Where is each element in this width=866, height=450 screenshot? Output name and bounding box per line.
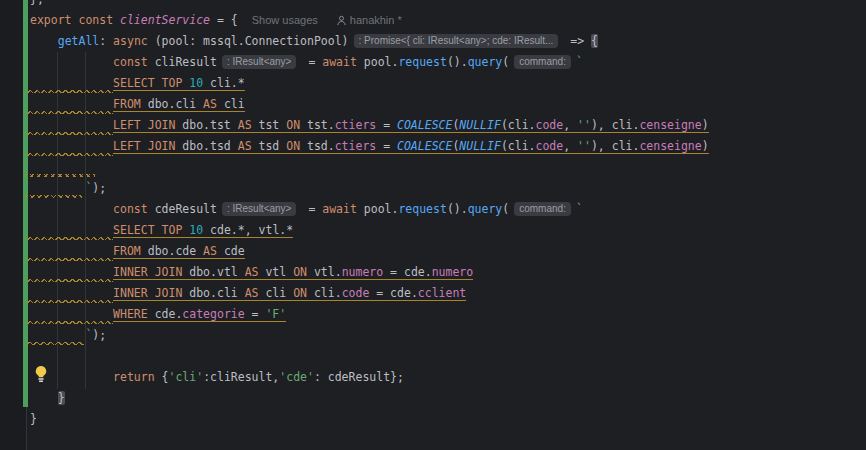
code-token: 10 <box>189 76 203 91</box>
code-token: pool. <box>357 202 399 216</box>
code-token: ); <box>92 181 106 195</box>
inlay-type-hint-pill[interactable]: : IResult<any> <box>222 55 296 69</box>
code-line[interactable]: }; <box>30 0 866 10</box>
warning-squiggle <box>25 300 113 303</box>
code-token: = <box>383 265 404 280</box>
code-token: NULLIF <box>459 139 501 154</box>
code-token: dbo.cde <box>141 244 203 259</box>
warning-squiggle <box>25 258 113 261</box>
code-token: ON <box>293 265 307 280</box>
code-token: vtl. <box>307 265 342 280</box>
code-token: cli <box>259 286 294 301</box>
code-line[interactable]: } <box>30 409 866 430</box>
code-token <box>30 286 113 300</box>
code-token: cliResult <box>148 55 217 69</box>
code-token: request <box>398 202 446 216</box>
code-token: getAll <box>58 34 100 48</box>
code-line[interactable]: SELECT TOP 10 cde.*, vtl.* <box>30 220 866 241</box>
code-token: = <box>369 286 390 301</box>
code-token: NULLIF <box>459 118 501 133</box>
code-line[interactable]: const cliResult: IResult<any> = await po… <box>30 52 866 73</box>
code-token: cdeResult <box>148 202 217 216</box>
code-line[interactable]: `); <box>30 325 866 346</box>
code-token: COALESCE <box>397 139 452 154</box>
matched-brace: } <box>58 391 65 405</box>
code-token: clientService <box>120 13 210 27</box>
code-token: cde <box>217 244 245 259</box>
code-line[interactable]: return {'cli':cliResult,'cde': cdeResult… <box>30 367 866 388</box>
code-line[interactable]: FROM dbo.cde AS cde <box>30 241 866 262</box>
code-line[interactable]: export const clientService = {Show usage… <box>30 10 866 31</box>
code-line[interactable]: LEFT JOIN dbo.tsd AS tsd ON tsd.ctiers =… <box>30 136 866 157</box>
code-token: censeigne <box>639 139 701 154</box>
code-token: ), cli. <box>591 118 639 133</box>
warning-squiggle <box>25 153 113 156</box>
code-line[interactable]: WHERE cde.categorie = 'F' <box>30 304 866 325</box>
code-token: ); <box>92 328 106 342</box>
code-token: }; <box>390 370 404 384</box>
code-token: censeigne <box>639 118 701 133</box>
warning-squiggle <box>25 90 113 93</box>
code-token: ctiers <box>335 118 377 133</box>
code-line[interactable] <box>30 346 866 367</box>
code-line[interactable]: LEFT JOIN dbo.tst AS tst ON tst.ctiers =… <box>30 115 866 136</box>
vcs-added-lines-marker[interactable] <box>23 0 28 407</box>
code-token: COALESCE <box>397 118 452 133</box>
code-line[interactable]: INNER JOIN dbo.vtl AS vtl ON vtl.numero … <box>30 262 866 283</box>
code-token: = <box>376 118 397 133</box>
code-token: cli. <box>307 286 342 301</box>
code-author-inlay[interactable]: hanakhin * <box>336 14 402 26</box>
code-token <box>30 328 85 342</box>
code-line[interactable]: const cdeResult: IResult<any> = await po… <box>30 199 866 220</box>
code-token: await <box>322 55 357 69</box>
code-token <box>155 223 162 238</box>
warning-squiggle <box>25 279 113 282</box>
code-token <box>30 118 113 132</box>
code-token: ON <box>286 118 300 133</box>
code-token: cde. <box>390 286 418 301</box>
code-token: async <box>113 34 148 48</box>
code-token: 'cli' <box>169 370 204 384</box>
code-token: cli <box>217 97 245 112</box>
code-editor[interactable]: };export const clientService = {Show usa… <box>30 0 866 430</box>
inlay-type-hint-pill[interactable]: : IResult<any> <box>222 202 296 216</box>
code-token: WHERE <box>113 307 148 322</box>
code-token: ), cli. <box>591 139 639 154</box>
show-usages-link[interactable]: Show usages <box>252 14 318 26</box>
code-line[interactable]: INNER JOIN dbo.cli AS cli ON cli.code = … <box>30 283 866 304</box>
code-token: cde. <box>404 265 432 280</box>
code-author-name: hanakhin * <box>350 14 402 26</box>
code-token: = <box>245 307 266 322</box>
code-token: ON <box>286 139 300 154</box>
code-token: code <box>536 118 564 133</box>
code-token: '' <box>577 139 591 154</box>
code-token: INNER JOIN <box>113 265 182 280</box>
code-token: code <box>536 139 564 154</box>
code-line[interactable]: FROM dbo.cli AS cli <box>30 94 866 115</box>
code-token <box>30 76 113 90</box>
code-line[interactable] <box>30 157 866 178</box>
code-token: dbo.tsd <box>175 139 237 154</box>
code-token <box>30 265 113 279</box>
code-token: cde.*, vtl.* <box>203 223 293 238</box>
code-token: AS <box>245 265 259 280</box>
code-token: TOP <box>162 76 183 91</box>
code-line[interactable]: `); <box>30 178 866 199</box>
code-line[interactable]: SELECT TOP 10 cli.* <box>30 73 866 94</box>
code-token: tst <box>252 118 287 133</box>
code-token: LEFT JOIN <box>113 139 175 154</box>
inlay-type-hint-pill[interactable]: : Promise<{ cli: IResult<any>; cde: IRes… <box>354 34 559 48</box>
code-token: SELECT <box>113 223 155 238</box>
code-token: AS <box>245 286 259 301</box>
code-token: query <box>468 202 503 216</box>
code-token: (pool: mssql.ConnectionPool) <box>148 34 349 48</box>
code-line[interactable]: } <box>30 388 866 409</box>
code-token: ON <box>293 286 307 301</box>
code-token <box>30 307 113 321</box>
code-line[interactable]: getAll: async (pool: mssql.ConnectionPoo… <box>30 31 866 52</box>
inlay-type-hint-pill[interactable]: command: <box>514 202 571 216</box>
inlay-type-hint-pill[interactable]: command: <box>514 55 571 69</box>
code-token: dbo.cli <box>141 97 203 112</box>
code-token <box>30 244 113 258</box>
code-token <box>30 391 58 405</box>
